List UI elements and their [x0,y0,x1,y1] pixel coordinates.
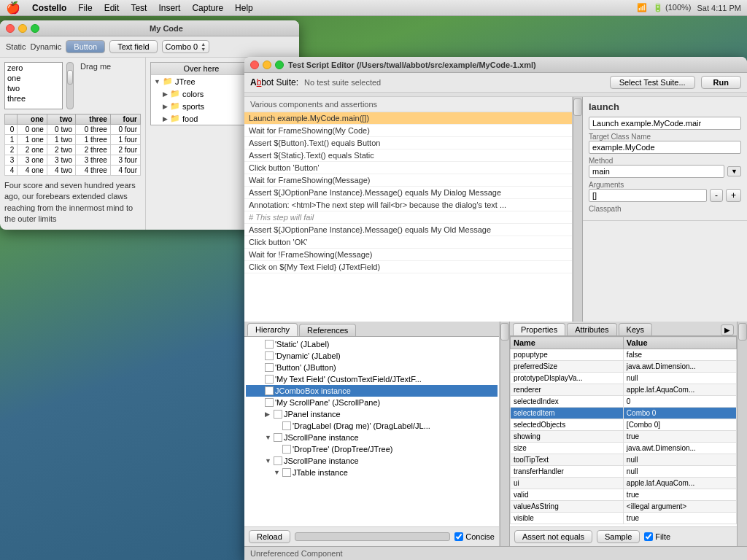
method-dropdown-arrow[interactable]: ▼ [727,166,741,176]
step-item[interactable]: Annotation: <html>The next step will fai… [244,199,572,211]
menu-capture[interactable]: Capture [192,3,223,13]
hierarchy-tree[interactable]: 'Static' (JLabel) 'Dynamic' (JLabel) 'Bu… [244,337,499,526]
hier-checkbox[interactable] [282,421,291,430]
tse-maximize-button[interactable] [275,61,284,69]
tree-item-colors[interactable]: ▶ 📁 colors [151,88,252,100]
hierarchy-item[interactable]: 'DragLabel (Drag me)' (DragLabel/JL... [246,420,498,432]
hierarchy-item[interactable]: 'Dynamic' (JLabel) [246,350,498,362]
select-suite-button[interactable]: Select Test Suite... [610,76,695,89]
hier-checkbox[interactable] [274,456,282,465]
hier-checkbox[interactable] [274,410,282,419]
hier-checkbox[interactable] [265,398,274,407]
table-row[interactable]: 11 one1 two1 three1 four [5,135,141,145]
apple-menu[interactable]: 🍎 [6,1,20,15]
step-item[interactable]: Assert ${JOptionPane Instance}.Message()… [244,224,572,236]
hier-checkbox[interactable] [265,340,274,349]
expand-icon[interactable]: ▶ [265,411,272,418]
step-item[interactable]: Click button 'OK' [244,236,572,249]
property-row[interactable]: preferredSizejava.awt.Dimension... [511,361,737,373]
reload-button[interactable]: Reload [249,530,290,543]
steps-scroll-handle[interactable] [573,98,582,116]
table-row[interactable]: 33 one3 two3 three3 four [5,155,141,166]
hierarchy-item[interactable]: ▼ JScrollPane instance [246,455,498,467]
tree-item-food[interactable]: ▶ 📁 food [151,112,252,125]
property-row[interactable]: uiapple.laf.AquaCom... [511,478,737,489]
table-row[interactable]: 22 one2 two2 three2 four [5,145,141,155]
minimize-button[interactable] [18,24,27,33]
hierarchy-item[interactable]: 'DropTree' (DropTree/JTree) [246,443,498,455]
table-row[interactable]: 00 one0 two0 three0 four [5,125,141,135]
tse-minimize-button[interactable] [263,61,271,69]
hier-checkbox[interactable] [265,363,274,372]
table-row[interactable]: 44 one4 two4 three4 four [5,166,141,176]
method-select[interactable]: main [589,165,724,178]
tab-keys[interactable]: Keys [619,323,652,335]
tab-arrow-button[interactable]: ▶ [721,324,734,335]
list-item[interactable]: three [5,93,62,104]
tab-attributes[interactable]: Attributes [567,323,616,335]
button-btn[interactable]: Button [66,40,105,53]
hierarchy-scrollbar[interactable] [500,322,510,546]
args-value[interactable]: [] [589,189,707,202]
step-item[interactable]: Click on ${My Text Field} (JTextField) [244,261,572,273]
horizontal-scrollbar[interactable] [295,532,450,541]
hier-checkbox[interactable] [265,375,274,384]
tse-close-button[interactable] [250,61,259,69]
menu-help[interactable]: Help [235,3,253,13]
filter-checkbox-container[interactable]: Filte [644,532,670,541]
scroll-thumb[interactable] [66,62,74,109]
menu-edit[interactable]: Edit [104,3,120,13]
properties-scroll-handle[interactable] [738,323,747,341]
tab-references[interactable]: References [299,324,356,336]
step-item[interactable]: # This step will fail [244,211,572,224]
hierarchy-scroll-handle[interactable] [500,323,509,341]
assert-not-equals-button[interactable]: Assert not equals [514,530,592,543]
sample-button[interactable]: Sample [597,530,640,543]
args-minus-button[interactable]: - [710,189,723,202]
launch-command-value[interactable]: Launch example.MyCode.mair [589,117,741,130]
expand-icon[interactable]: ▼ [274,469,281,476]
step-item[interactable]: Assert ${Static}.Text() equals Static [244,149,572,162]
hier-checkbox[interactable] [265,351,274,360]
property-row[interactable]: selectedIndex0 [511,396,737,408]
step-item[interactable]: Click button 'Button' [244,162,572,174]
hierarchy-item[interactable]: ▼ JTable instance [246,467,498,478]
args-plus-button[interactable]: + [726,189,741,202]
tab-properties[interactable]: Properties [513,323,565,335]
tab-hierarchy[interactable]: Hierarchy [247,323,298,336]
property-row[interactable]: valueAsString<illegal argument> [511,501,737,513]
property-row[interactable]: sizejava.awt.Dimension... [511,443,737,454]
target-class-value[interactable]: example.MyCode [589,141,741,154]
text-field-btn[interactable]: Text field [109,40,157,53]
property-row[interactable]: prototypeDIsplayVa...null [511,373,737,384]
run-button[interactable]: Run [701,76,741,89]
expand-icon[interactable]: ▼ [265,457,272,464]
steps-scrollbar[interactable] [573,97,583,322]
tree-item-jtree[interactable]: ▼ 📁 JTree [151,75,252,88]
hierarchy-item[interactable]: 'My ScrollPane' (JScrollPane) [246,397,498,408]
hierarchy-item[interactable]: ▼ JScrollPane instance [246,432,498,443]
hierarchy-item[interactable]: 'My Text Field' (CustomTextField/JTextF.… [246,373,498,385]
app-name[interactable]: Costello [32,3,66,13]
step-item[interactable]: Wait for FrameShowing(Message) [244,174,572,187]
hier-checkbox[interactable] [282,468,291,477]
step-item[interactable]: Wait for !FrameShowing(Message) [244,249,572,261]
concise-checkbox[interactable] [454,532,463,541]
property-row[interactable]: toolTipTextnull [511,454,737,466]
properties-table[interactable]: Name Value popuptypefalsepreferredSizeja… [510,336,737,526]
menu-insert[interactable]: Insert [158,3,180,13]
hierarchy-item[interactable]: ▶ JPanel instance [246,408,498,420]
list-item[interactable]: zero [5,63,62,73]
hier-checkbox[interactable] [274,433,282,442]
property-row[interactable]: validtrue [511,489,737,501]
property-row[interactable]: popuptypefalse [511,349,737,361]
combo-box[interactable]: Combo 0 ▲ ▼ [162,40,210,53]
hierarchy-item[interactable]: JComboBox instance [246,385,498,397]
hierarchy-item[interactable]: 'Static' (JLabel) [246,338,498,350]
concise-checkbox-container[interactable]: Concise [454,532,495,541]
expand-icon[interactable]: ▼ [265,434,272,441]
steps-list[interactable]: Launch example.MyCode.main([])Wait for F… [244,112,572,322]
step-item[interactable]: Launch example.MyCode.main([]) [244,112,572,125]
filter-checkbox[interactable] [644,532,653,541]
hierarchy-item[interactable]: 'Button' (JButton) [246,362,498,373]
